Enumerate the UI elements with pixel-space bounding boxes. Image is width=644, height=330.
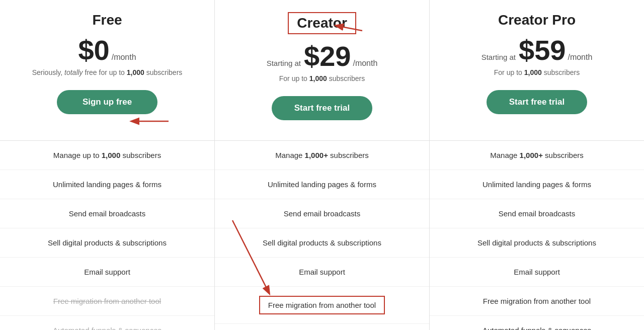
feature-pro-migration: Free migration from another tool xyxy=(430,287,644,316)
plan-creator-pro-subtitle: For up to 1,000 subscribers xyxy=(494,67,580,78)
plan-free-features: Manage up to 1,000 subscribers Unlimited… xyxy=(0,141,214,330)
feature-free-broadcasts: Send email broadcasts xyxy=(0,199,214,228)
feature-free-funnels: Automated funnels & sequences xyxy=(0,316,214,330)
feature-creator-migration: Free migration from another tool xyxy=(215,287,429,324)
plan-creator-starting-at: Starting at xyxy=(267,59,301,67)
feature-free-email-support: Email support xyxy=(0,258,214,287)
plan-creator-pro: Creator Pro Starting at $59 /month For u… xyxy=(430,0,644,330)
feature-pro-landing-pages: Unlimited landing pages & forms xyxy=(430,170,644,199)
plan-creator-price-row: Starting at $29 /month xyxy=(267,42,378,70)
plan-free-cta[interactable]: Sign up free xyxy=(57,90,157,114)
plan-creator-pro-features: Manage 1,000+ subscribers Unlimited land… xyxy=(430,141,644,330)
feature-pro-subscribers: Manage 1,000+ subscribers xyxy=(430,141,644,170)
plan-free-price-row: $0 /month xyxy=(78,36,136,64)
plan-creator-cta[interactable]: Start free trial xyxy=(272,96,372,120)
pricing-table: Free $0 /month Seriously, totally free f… xyxy=(0,0,644,330)
plan-free-name: Free xyxy=(92,12,122,28)
plan-creator-features: Manage 1,000+ subscribers Unlimited land… xyxy=(215,141,429,330)
feature-free-digital-products: Sell digital products & subscriptions xyxy=(0,228,214,258)
feature-pro-broadcasts: Send email broadcasts xyxy=(430,199,644,228)
plan-creator-pro-price: $59 xyxy=(519,36,566,64)
feature-creator-landing-pages: Unlimited landing pages & forms xyxy=(215,170,429,199)
plan-creator-name-box: Creator xyxy=(288,12,356,34)
plan-creator-price: $29 xyxy=(304,42,351,70)
feature-creator-email-support: Email support xyxy=(215,258,429,287)
plan-free-price: $0 xyxy=(78,36,109,64)
plan-free: Free $0 /month Seriously, totally free f… xyxy=(0,0,215,330)
feature-creator-migration-box: Free migration from another tool xyxy=(259,296,385,314)
plan-creator-period: /month xyxy=(353,59,377,68)
feature-creator-digital-products: Sell digital products & subscriptions xyxy=(215,228,429,258)
plan-creator-header: Creator Starting at $29 /month For up to… xyxy=(215,0,429,141)
feature-creator-broadcasts: Send email broadcasts xyxy=(215,199,429,228)
feature-creator-subscribers: Manage 1,000+ subscribers xyxy=(215,141,429,170)
feature-pro-digital-products: Sell digital products & subscriptions xyxy=(430,228,644,258)
plan-free-subtitle: Seriously, totally free for up to 1,000 … xyxy=(32,67,183,78)
feature-pro-funnels: Automated funnels & sequences xyxy=(430,316,644,330)
plan-free-period: /month xyxy=(112,53,136,62)
feature-creator-funnels: Automated funnels & sequences xyxy=(215,324,429,330)
plan-creator-name: Creator xyxy=(288,12,356,34)
plan-creator-pro-starting-at: Starting at xyxy=(481,53,516,61)
feature-free-subscribers: Manage up to 1,000 subscribers xyxy=(0,141,214,170)
feature-pro-email-support: Email support xyxy=(430,258,644,287)
plan-free-header: Free $0 /month Seriously, totally free f… xyxy=(0,0,214,141)
plan-creator-pro-price-row: Starting at $59 /month xyxy=(481,36,593,64)
plan-creator-pro-period: /month xyxy=(568,53,592,62)
feature-free-migration: Free migration from another tool xyxy=(0,287,214,316)
feature-free-landing-pages: Unlimited landing pages & forms xyxy=(0,170,214,199)
plan-creator-pro-name: Creator Pro xyxy=(498,12,576,28)
plan-creator-subtitle: For up to 1,000 subscribers xyxy=(279,73,365,84)
plan-creator: Creator Starting at $29 /month For up to… xyxy=(215,0,430,330)
plan-creator-pro-header: Creator Pro Starting at $59 /month For u… xyxy=(430,0,644,141)
pricing-wrapper: Free $0 /month Seriously, totally free f… xyxy=(0,0,644,330)
plan-creator-pro-cta[interactable]: Start free trial xyxy=(487,90,587,114)
